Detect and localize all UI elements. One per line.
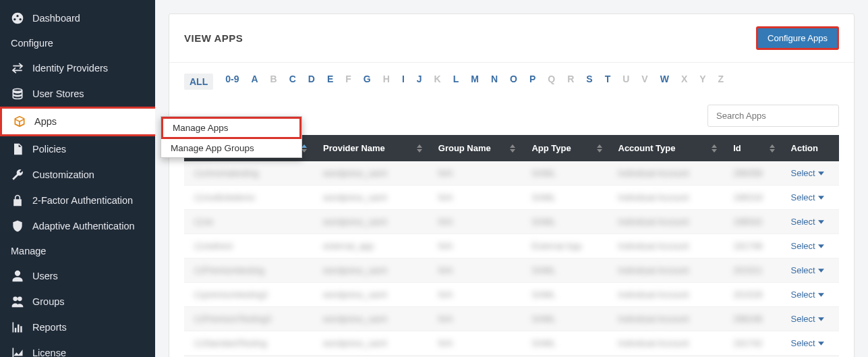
sidebar-label: Adaptive Authentication	[32, 221, 135, 231]
page-title: VIEW APPS	[184, 32, 243, 44]
table-cell: N/A	[429, 283, 523, 307]
alpha-F: F	[345, 74, 351, 90]
alpha-H: H	[383, 74, 390, 90]
sidebar-item-customization[interactable]: Customization	[0, 162, 155, 188]
alpha-N[interactable]: N	[491, 74, 498, 90]
document-icon	[11, 142, 24, 156]
select-dropdown[interactable]: Select	[791, 338, 824, 348]
alpha-0-9[interactable]: 0-9	[225, 74, 239, 90]
alpha-J[interactable]: J	[417, 74, 422, 90]
table-cell: external_app	[314, 234, 429, 258]
alpha-U: U	[623, 74, 629, 90]
page-header: VIEW APPS Configure Apps	[169, 14, 854, 63]
alpha-all[interactable]: ALL	[184, 74, 213, 90]
sidebar-item-apps[interactable]: Apps	[0, 107, 156, 136]
sidebar-item-dashboard[interactable]: Dashboard	[0, 5, 155, 31]
sidebar-label: Reports	[32, 322, 67, 333]
table-cell: N/A	[429, 161, 523, 186]
caret-down-icon	[818, 317, 824, 321]
table-cell: SAML	[522, 283, 608, 307]
sidebar-label: User Stores	[32, 88, 84, 99]
select-dropdown[interactable]: Select	[791, 290, 824, 300]
sidebar-item-identity-providers[interactable]: Identity Providers	[0, 55, 155, 81]
sidebar: Dashboard Configure Identity Providers U…	[0, 0, 155, 357]
alpha-O[interactable]: O	[510, 74, 517, 90]
alpha-M[interactable]: M	[471, 74, 479, 90]
sort-icon	[712, 144, 717, 153]
select-dropdown[interactable]: Select	[791, 241, 824, 251]
sort-icon	[510, 144, 515, 153]
table-cell: Individual Account	[609, 186, 724, 210]
table-cell: 196542	[724, 210, 781, 234]
th-group-name[interactable]: Group Name	[429, 135, 523, 161]
table-cell: 11Premiumtesting	[184, 258, 314, 283]
table-cell: SAML	[522, 186, 608, 210]
sidebar-item-groups[interactable]: Groups	[0, 289, 155, 314]
box-icon	[13, 115, 26, 128]
sidebar-item-adaptive-auth[interactable]: Adaptive Authentication	[0, 213, 155, 239]
sidebar-section-configure: Configure	[0, 31, 155, 55]
sort-icon	[770, 144, 775, 153]
sidebar-item-reports[interactable]: Reports	[0, 314, 155, 340]
alpha-A[interactable]: A	[251, 74, 258, 90]
alpha-W[interactable]: W	[660, 74, 669, 90]
table-cell: 11premiumtesting2	[184, 283, 314, 307]
alpha-D[interactable]: D	[308, 74, 315, 90]
table-cell: Individual Account	[609, 161, 724, 186]
caret-down-icon	[818, 269, 824, 273]
table-row: 11multicledemowordpress_samlN/ASAMLIndiv…	[184, 186, 839, 210]
dropdown-manage-app-groups[interactable]: Manage App Groups	[161, 139, 301, 157]
select-dropdown[interactable]: Select	[791, 265, 824, 275]
sidebar-item-users[interactable]: Users	[0, 263, 155, 289]
table-cell: wordpress_saml	[314, 283, 429, 307]
sidebar-item-user-stores[interactable]: User Stores	[0, 81, 155, 107]
alpha-T[interactable]: T	[605, 74, 611, 90]
sidebar-item-2fa[interactable]: 2-Factor Authentication	[0, 188, 155, 213]
exchange-icon	[11, 61, 24, 75]
table-cell-action: Select	[782, 210, 839, 234]
alpha-E[interactable]: E	[327, 74, 333, 90]
sidebar-label: Identity Providers	[32, 63, 108, 74]
alpha-filter: ALL 0-9ABCDEFGHIJKLMNOPQRSTUVWXYZ	[169, 63, 854, 97]
alpha-P[interactable]: P	[529, 74, 536, 90]
th-app-type[interactable]: App Type	[522, 135, 608, 161]
table-cell-action: Select	[782, 234, 839, 258]
search-input[interactable]	[707, 105, 839, 127]
sort-icon	[597, 144, 602, 153]
caret-down-icon	[818, 220, 824, 224]
alpha-I[interactable]: I	[402, 74, 405, 90]
table-cell-action: Select	[782, 283, 839, 307]
sidebar-label: Groups	[32, 296, 65, 307]
table-cell: Individual Account	[609, 331, 724, 356]
alpha-C[interactable]: C	[289, 74, 296, 90]
th-provider-name[interactable]: Provider Name	[314, 135, 429, 161]
caret-down-icon	[818, 244, 824, 248]
alpha-S[interactable]: S	[586, 74, 592, 90]
main-content: VIEW APPS Configure Apps ALL 0-9ABCDEFGH…	[155, 0, 868, 357]
sidebar-section-manage: Manage	[0, 239, 155, 263]
sidebar-label: License	[32, 348, 66, 357]
select-dropdown[interactable]: Select	[791, 168, 824, 178]
alpha-K: K	[434, 74, 441, 90]
table-cell: N/A	[429, 186, 523, 210]
apps-dropdown-menu: Manage Apps Manage App Groups	[161, 116, 302, 158]
configure-apps-button[interactable]: Configure Apps	[756, 26, 839, 50]
select-dropdown[interactable]: Select	[791, 192, 824, 202]
alpha-G[interactable]: G	[364, 74, 371, 90]
table-cell: wordpress_saml	[314, 258, 429, 283]
th-account-type[interactable]: Account Type	[609, 135, 724, 161]
table-cell: SAML	[522, 307, 608, 331]
th-id[interactable]: Id	[724, 135, 781, 161]
select-dropdown[interactable]: Select	[791, 314, 824, 324]
wrench-icon	[11, 168, 24, 182]
table-cell: Individual Account	[609, 283, 724, 307]
database-icon	[11, 87, 24, 101]
table-cell: 11PremiumTesting3	[184, 307, 314, 331]
table-cell: SAML	[522, 161, 608, 186]
select-dropdown[interactable]: Select	[791, 217, 824, 227]
sidebar-item-license[interactable]: License	[0, 340, 155, 357]
alpha-L[interactable]: L	[453, 74, 459, 90]
dropdown-manage-apps[interactable]: Manage Apps	[161, 117, 301, 139]
sidebar-item-policies[interactable]: Policies	[0, 136, 155, 162]
table-row: 11redirectexternal_appN/AExternal AppInd…	[184, 234, 839, 258]
